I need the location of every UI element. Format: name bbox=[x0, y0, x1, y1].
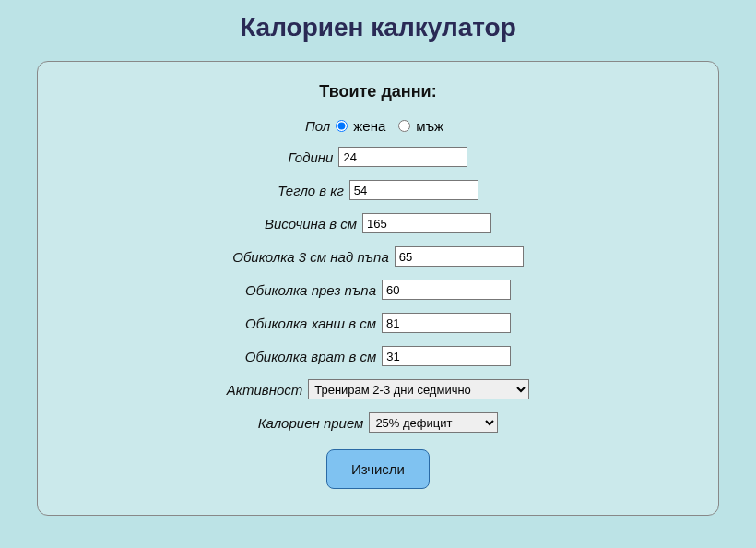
intake-row: Калориен прием 25% дефицит bbox=[65, 412, 691, 433]
circ-at-navel-label: Обиколка през пъпа bbox=[245, 282, 382, 298]
activity-row: Активност Тренирам 2-3 дни седмично bbox=[65, 379, 691, 399]
submit-row: Изчисли bbox=[65, 449, 691, 489]
circ-at-navel-row: Обиколка през пъпа bbox=[65, 280, 691, 300]
weight-label: Тегло в кг bbox=[278, 183, 349, 198]
activity-select[interactable]: Тренирам 2-3 дни седмично bbox=[308, 379, 529, 399]
gender-radio-male[interactable] bbox=[398, 120, 410, 132]
age-input[interactable] bbox=[338, 147, 467, 167]
intake-select[interactable]: 25% дефицит bbox=[369, 412, 498, 433]
gender-radio-female[interactable] bbox=[336, 120, 348, 132]
intake-label: Калориен прием bbox=[258, 415, 370, 431]
circ-above-navel-input[interactable] bbox=[395, 246, 524, 267]
gender-label: Пол bbox=[305, 118, 336, 134]
weight-row: Тегло в кг bbox=[65, 180, 691, 200]
circ-at-navel-input[interactable] bbox=[382, 280, 511, 300]
gender-male-label: мъж bbox=[416, 118, 443, 134]
circ-neck-label: Обиколка врат в см bbox=[245, 349, 383, 364]
circ-neck-input[interactable] bbox=[382, 346, 511, 366]
circ-above-navel-label: Обиколка 3 см над пъпа bbox=[232, 249, 394, 265]
circ-neck-row: Обиколка врат в см bbox=[65, 346, 691, 366]
weight-input[interactable] bbox=[349, 180, 478, 200]
circ-hip-row: Обиколка ханш в см bbox=[65, 313, 691, 333]
height-row: Височина в см bbox=[65, 213, 691, 233]
height-label: Височина в см bbox=[265, 216, 362, 232]
activity-label: Активност bbox=[227, 382, 309, 398]
circ-above-navel-row: Обиколка 3 см над пъпа bbox=[65, 246, 691, 267]
circ-hip-input[interactable] bbox=[382, 313, 511, 333]
form-heading: Твоите данни: bbox=[65, 82, 691, 101]
page-title: Калориен калкулатор bbox=[0, 13, 756, 42]
gender-row: Пол жена мъж bbox=[65, 118, 691, 134]
age-label: Години bbox=[289, 149, 339, 165]
height-input[interactable] bbox=[362, 213, 491, 233]
age-row: Години bbox=[65, 147, 691, 167]
gender-female-label: жена bbox=[353, 118, 385, 134]
circ-hip-label: Обиколка ханш в см bbox=[245, 316, 382, 331]
calculate-button[interactable]: Изчисли bbox=[326, 449, 430, 489]
calculator-form-panel: Твоите данни: Пол жена мъж Години Тегло … bbox=[37, 61, 719, 516]
